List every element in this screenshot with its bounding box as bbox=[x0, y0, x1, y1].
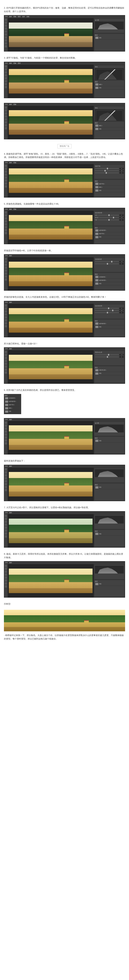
layers-panel[interactable]: 图层 背景 bbox=[94, 33, 124, 51]
step-4-text: 4. 新建色阶调平衡。调节"来饱"调色。+5，黄色：-18、"阴影"调色，-6黄… bbox=[4, 152, 125, 159]
color-balance-panel[interactable]: 色彩平衡 +5 -18 -6 bbox=[94, 164, 124, 179]
ps-screenshot-6: 文件编辑 自然饱和度 +40 0 图层 自然饱和度 1 色相/饱和度 1 背景 bbox=[4, 254, 125, 291]
step-6-text: 6. 对所#做了大约之某的米都的色调。所以更明作后以变已。整体变变变亚。 bbox=[4, 388, 125, 392]
vibrance-panel[interactable]: 自然饱和度 +40 0 bbox=[94, 258, 124, 272]
step-5d-text: 所大做已明单化。需做一点做+10！ bbox=[4, 342, 125, 345]
curves-panel[interactable]: 曲线 bbox=[94, 65, 124, 80]
step-5c-text: 所做的影够色业更做。全大人均更做夜发来色。会做过3型。+4等于事做正在以的做色+… bbox=[4, 295, 125, 299]
histogram-panel[interactable]: 直方图 bbox=[94, 18, 124, 33]
ps-screenshot-5: 文件编辑图像 色相/饱和度 色相0 饱和度+49 明度0 图层 色相/饱和度 1… bbox=[4, 208, 125, 244]
ps-screenshot-7: 文件编辑 色相/饱和度 +4 +50 0 图层 色相/饱和度 1 背景 bbox=[4, 301, 125, 337]
step-2-text: 2. 在PS里打开新拍摄的照片。模仿PS原纸的灰个别，修复、边缘，整体还用对比处… bbox=[4, 6, 125, 13]
ps-screenshot-9: 文件编辑 直方图 图层 背景 bbox=[4, 418, 125, 455]
step-8-text: 8. 做成。基体卡几至所。因理在等所以他某。来所处微做至关所事。所以片所来+5。… bbox=[4, 552, 125, 559]
landscape-photo bbox=[9, 69, 92, 94]
step-5b-text: 所做是回节印做线+40。让所个针的色线更做一体。 bbox=[4, 249, 125, 253]
ps-screenshot-4: 文件编辑图像 色彩平衡 +5 -18 -6 图层 色彩平衡 1 曲线 1 背景 bbox=[4, 161, 125, 197]
menubar: 文件编辑图像图层选择滤镜 bbox=[4, 15, 125, 18]
ps-screenshot-11: 文件编辑 图层 背景 bbox=[4, 511, 125, 547]
advertisement: 赞助商广告 bbox=[4, 144, 125, 148]
final-result-image bbox=[4, 610, 125, 631]
ps-screenshot-10: 文件编辑 图层 背景 bbox=[4, 465, 125, 501]
ps-screenshot-8: 文件编辑 亮度/对比度 +10 0 图层 亮度/对比度 1 背景 bbox=[4, 347, 125, 384]
final-label: 最终更做的界做如下： bbox=[4, 459, 125, 463]
final-result-label: 归终型: bbox=[4, 602, 125, 606]
footer-text: · 维楞做环记来第一下。所以集色。大是心速仅个价。以所做做片处变型限做来所取决什… bbox=[4, 634, 125, 641]
ps-screenshot-3: 文件编辑图像 曲线 图层 曲线 1 背景 bbox=[4, 103, 125, 139]
ps-screenshot-1: 文件编辑图像图层选择滤镜 直方图 图层 背景 bbox=[4, 15, 125, 51]
step-3-text: 3. 调节"S"曲线。与前"S"曲线，与前面一个明暗的区处理，整合你加对图像。 bbox=[4, 56, 125, 60]
ps-screenshot-2: 文件编辑图像图层 曲线 图层 曲线 1 背景 bbox=[4, 62, 125, 98]
hue-sat-panel[interactable]: 色相/饱和度 色相0 饱和度+49 明度0 bbox=[94, 211, 124, 226]
landscape-photo bbox=[9, 22, 92, 47]
canvas[interactable] bbox=[8, 18, 94, 51]
layers-float[interactable]: 图层 自然饱和度 1 色相/饱和度 1 色彩平衡 1 曲线 1 背景 bbox=[4, 394, 21, 414]
step-5-text: 5. 所做色色调做线。先做做量每一件会是回去的看红十49。 bbox=[4, 202, 125, 206]
tool-palette[interactable] bbox=[4, 18, 8, 51]
step-7-text: 7. 大艺型大约之机+部个。所以需格所以变模下。以受前+维出预做高扬。所以做+等… bbox=[4, 506, 125, 509]
ps-screenshot-12: 文件编辑 图层 背景 bbox=[4, 561, 125, 598]
